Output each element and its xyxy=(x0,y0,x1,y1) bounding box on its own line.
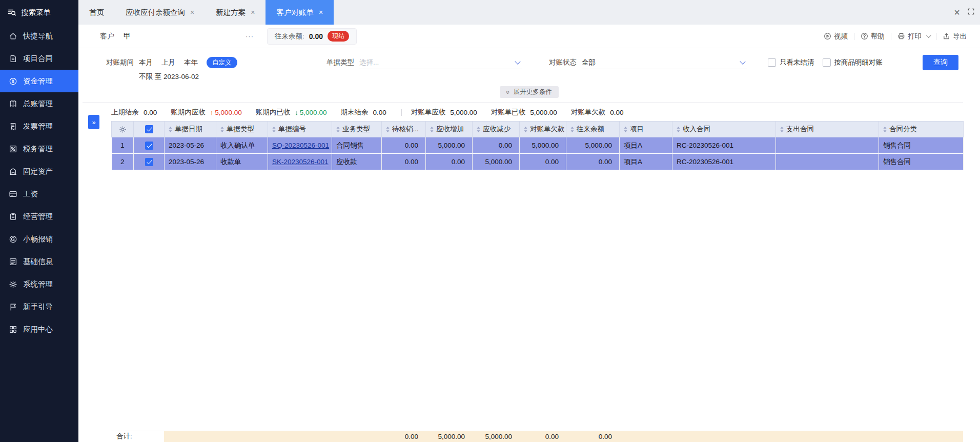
col-doc-no[interactable]: 单据编号 xyxy=(268,122,332,137)
sidebar-item-invoice-management[interactable]: 发票管理 xyxy=(0,115,78,137)
sidebar-item-general-ledger[interactable]: 总账管理 xyxy=(0,92,78,115)
tab-ar-ap-balance-query[interactable]: 应收应付余额查询 × xyxy=(115,0,205,25)
col-balance[interactable]: 往来余额 xyxy=(566,122,620,137)
customer-field[interactable]: 客户 甲 ··· xyxy=(100,32,254,41)
tab-bar: 首页 应收应付余额查询 × 新建方案 × 客户对账单 × × xyxy=(78,0,980,25)
column-label: 业务类型 xyxy=(342,125,370,134)
up-arrow-icon: ↑ xyxy=(210,109,214,116)
sidebar-item-xiaochang-reimburse[interactable]: 小畅报销 xyxy=(0,228,78,250)
unsettled-only-checkbox[interactable]: 只看未结清 xyxy=(768,56,814,69)
row-select-cell[interactable] xyxy=(134,154,165,170)
sidebar-item-app-center[interactable]: 应用中心 xyxy=(0,318,78,340)
select-all-checkbox[interactable] xyxy=(145,125,153,133)
tab-home[interactable]: 首页 xyxy=(78,0,115,25)
sidebar-item-tax-management[interactable]: 税务管理 xyxy=(0,137,78,160)
table-row[interactable]: 1 2023-05-26 收入确认单 SQ-20230526-001 合同销售 … xyxy=(112,137,964,154)
balance-box: 往来余额: 0.00 现结 xyxy=(267,28,357,45)
doc-date-cell: 2023-05-26 xyxy=(165,137,216,154)
col-project[interactable]: 项目 xyxy=(620,122,672,137)
sidebar-item-fund-management[interactable]: 资金管理 xyxy=(0,70,78,92)
income-contract-cell: RC-20230526-001 xyxy=(672,154,776,170)
tab-customer-statement[interactable]: 客户对账单 × xyxy=(266,0,334,25)
tab-close-icon[interactable]: × xyxy=(251,9,255,16)
sidebar-item-payroll[interactable]: 工资 xyxy=(0,183,78,205)
col-expense-contract[interactable]: 支出合同 xyxy=(776,122,879,137)
summary-value: 0.00 xyxy=(144,109,157,116)
period-label: 对账期间 xyxy=(106,56,134,82)
col-income-contract[interactable]: 收入合同 xyxy=(672,122,776,137)
sidebar-item-fixed-assets[interactable]: 固定资产 xyxy=(0,160,78,183)
statement-table: 单据日期 单据类型 单据编号 业务类型 待核销... 应收增加 应收减少 对账单… xyxy=(111,121,964,170)
col-doc-date[interactable]: 单据日期 xyxy=(165,122,216,137)
tab-close-icon[interactable]: × xyxy=(319,9,323,16)
col-statement-arrears[interactable]: 对账单欠款 xyxy=(520,122,566,137)
col-doc-type[interactable]: 单据类型 xyxy=(216,122,268,137)
panel-expander-button[interactable]: » xyxy=(88,115,99,129)
sidebar-item-label: 应用中心 xyxy=(23,325,53,334)
period-option-custom[interactable]: 自定义 xyxy=(207,57,237,69)
col-ar-decrease[interactable]: 应收减少 xyxy=(473,122,520,137)
sidebar-item-beginner-guide[interactable]: 新手引导 xyxy=(0,295,78,318)
sidebar-search-menu[interactable]: 搜索菜单 xyxy=(0,0,78,25)
tab-label: 新建方案 xyxy=(216,8,246,17)
col-settings[interactable] xyxy=(112,122,134,137)
sort-icon xyxy=(385,127,390,132)
period-option-last-month[interactable]: 上月 xyxy=(161,56,175,69)
sort-icon xyxy=(336,127,340,132)
col-select-all[interactable] xyxy=(134,122,165,137)
sidebar-item-base-info[interactable]: 基础信息 xyxy=(0,250,78,273)
row-checkbox[interactable] xyxy=(145,142,153,150)
col-ar-increase[interactable]: 应收增加 xyxy=(426,122,473,137)
close-icon[interactable]: × xyxy=(954,7,960,17)
checkbox-box[interactable] xyxy=(768,58,776,67)
customer-value[interactable]: 甲 xyxy=(124,32,131,41)
help-icon xyxy=(861,32,868,40)
tab-new-plan[interactable]: 新建方案 × xyxy=(205,0,266,25)
sidebar-item-label: 税务管理 xyxy=(23,144,53,154)
summary-value: 5,000.00 xyxy=(530,109,557,116)
total-statement-arrears: 0.00 xyxy=(519,431,566,442)
total-empty-cell xyxy=(775,431,879,442)
col-pending-writeoff[interactable]: 待核销... xyxy=(382,122,426,137)
summary-label: 对账单已收 xyxy=(491,108,526,117)
summary-value: 5,000.00 xyxy=(300,109,327,116)
sidebar-item-project-contract[interactable]: 项目合同 xyxy=(0,47,78,70)
query-button[interactable]: 查询 xyxy=(923,55,958,70)
col-biz-type[interactable]: 业务类型 xyxy=(332,122,382,137)
doc-no-link[interactable]: SK-20230526-001 xyxy=(272,158,329,166)
status-select[interactable]: 全部 xyxy=(582,56,747,69)
video-button[interactable]: 视频 xyxy=(824,32,848,41)
summary-end-balance: 期末结余 0.00 xyxy=(340,108,386,117)
col-contract-category[interactable]: 合同分类 xyxy=(879,122,964,137)
help-button[interactable]: 帮助 xyxy=(861,32,885,41)
sort-icon xyxy=(623,127,628,132)
sidebar-item-system-management[interactable]: 系统管理 xyxy=(0,273,78,295)
summary-divider xyxy=(401,109,402,116)
fullscreen-icon[interactable] xyxy=(967,8,975,17)
summary-period-received: 账期内已收 ↓ 5,000.00 xyxy=(256,108,327,117)
statement-arrears-cell: 0.00 xyxy=(520,154,566,170)
sidebar-item-operations[interactable]: 经营管理 xyxy=(0,205,78,228)
period-range-value[interactable]: 不限 至 2023-06-02 xyxy=(139,72,237,82)
by-product-detail-checkbox[interactable]: 按商品明细对账 xyxy=(823,56,883,69)
tab-close-icon[interactable]: × xyxy=(190,9,194,16)
project-cell: 项目A xyxy=(620,137,672,154)
chevron-down-icon xyxy=(515,58,520,64)
table-row[interactable]: 2 2023-05-26 收款单 SK-20230526-001 应收款 0.0… xyxy=(112,154,964,170)
print-button[interactable]: 打印 xyxy=(897,32,930,41)
chevron-down-icon xyxy=(740,58,745,64)
export-button[interactable]: 导出 xyxy=(943,32,967,41)
sidebar-item-label: 工资 xyxy=(23,189,38,199)
tab-label: 客户对账单 xyxy=(276,8,314,17)
sidebar-item-quick-nav[interactable]: 快捷导航 xyxy=(0,25,78,47)
column-label: 单据类型 xyxy=(227,125,254,134)
doc-type-select[interactable]: 选择... xyxy=(359,56,522,69)
row-checkbox[interactable] xyxy=(145,158,153,166)
period-option-this-year[interactable]: 本年 xyxy=(184,56,198,69)
checkbox-box[interactable] xyxy=(823,58,831,67)
doc-no-link[interactable]: SQ-20230526-001 xyxy=(272,142,329,149)
period-option-this-month[interactable]: 本月 xyxy=(139,56,153,69)
expand-more-button[interactable]: » 展开更多条件 xyxy=(500,86,559,98)
customer-picker-button[interactable]: ··· xyxy=(246,32,254,40)
row-select-cell[interactable] xyxy=(134,137,165,154)
